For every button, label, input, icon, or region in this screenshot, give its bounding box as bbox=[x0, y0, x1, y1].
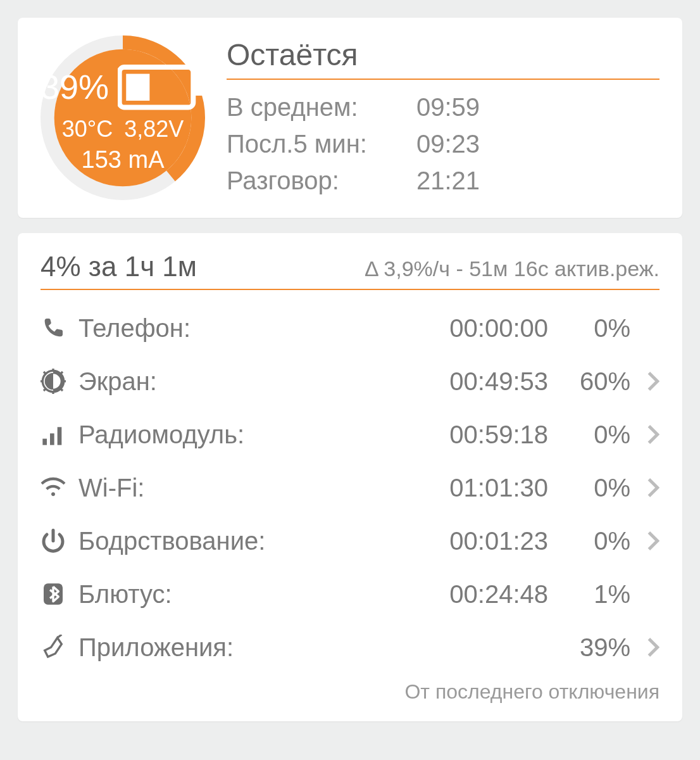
usage-header-right: Δ 3,9%/ч - 51м 16с актив.реж. bbox=[365, 256, 659, 281]
usage-phone-label: Телефон: bbox=[78, 314, 409, 343]
remaining-last5-row: Посл.5 мин: 09:23 bbox=[227, 125, 659, 162]
svg-rect-16 bbox=[58, 427, 62, 445]
gauge-text: 39% 30°C 3,82V 153 mA bbox=[41, 35, 205, 200]
usage-awake-percent: 0% bbox=[548, 527, 630, 555]
usage-row-awake[interactable]: Бодрствование: 00:01:23 0% bbox=[41, 514, 659, 567]
usage-row-screen[interactable]: Экран: 00:49:53 60% bbox=[41, 355, 659, 408]
usage-wifi-percent: 0% bbox=[548, 474, 630, 502]
svg-rect-14 bbox=[42, 439, 47, 445]
usage-screen-duration: 00:49:53 bbox=[409, 367, 548, 396]
usage-row-phone: Телефон: 00:00:00 0% bbox=[41, 301, 659, 355]
battery-gauge[interactable]: 39% 30°C 3,82V 153 mA bbox=[41, 35, 205, 200]
usage-awake-label: Бодрствование: bbox=[78, 527, 409, 555]
remaining-talk-value: 21:21 bbox=[416, 162, 480, 199]
chevron-right-icon bbox=[630, 530, 659, 552]
chevron-right-icon bbox=[630, 477, 659, 498]
svg-rect-5 bbox=[126, 73, 149, 100]
usage-row-bluetooth: Блютус: 00:24:48 1% bbox=[41, 567, 659, 621]
usage-radio-duration: 00:59:18 bbox=[409, 421, 548, 449]
usage-row-wifi[interactable]: Wi-Fi: 01:01:30 0% bbox=[41, 461, 659, 514]
usage-header: 4% за 1ч 1м Δ 3,9%/ч - 51м 16с актив.реж… bbox=[41, 251, 659, 290]
wifi-icon bbox=[41, 475, 78, 500]
power-icon bbox=[41, 528, 78, 554]
usage-bluetooth-label: Блютус: bbox=[78, 580, 409, 609]
usage-row-radio[interactable]: Радиомодуль: 00:59:18 0% bbox=[41, 408, 659, 461]
usage-bluetooth-duration: 00:24:48 bbox=[409, 580, 548, 609]
svg-line-13 bbox=[61, 372, 63, 374]
brightness-icon bbox=[41, 369, 78, 394]
usage-wifi-duration: 01:01:30 bbox=[409, 474, 548, 502]
usage-header-left: 4% за 1ч 1м bbox=[41, 251, 197, 282]
usage-apps-percent: 39% bbox=[548, 633, 630, 662]
chevron-right-icon bbox=[630, 370, 659, 392]
battery-temperature: 30°C bbox=[62, 116, 113, 142]
remaining-avg-value: 09:59 bbox=[416, 89, 480, 125]
remaining-section: Остаётся В среднем: 09:59 Посл.5 мин: 09… bbox=[227, 37, 659, 199]
chevron-right-icon bbox=[630, 636, 659, 658]
signal-icon bbox=[41, 422, 78, 447]
usage-apps-label: Приложения: bbox=[78, 633, 409, 662]
usage-screen-label: Экран: bbox=[78, 367, 409, 396]
battery-percent: 39% bbox=[41, 67, 109, 106]
chevron-right-icon bbox=[630, 424, 659, 445]
remaining-talk-label: Разговор: bbox=[227, 162, 416, 199]
remaining-avg-row: В среднем: 09:59 bbox=[227, 89, 659, 125]
svg-line-18 bbox=[58, 635, 62, 638]
svg-line-11 bbox=[61, 389, 63, 391]
remaining-avg-label: В среднем: bbox=[227, 89, 416, 125]
battery-icon bbox=[118, 62, 205, 113]
usage-screen-percent: 60% bbox=[548, 367, 630, 396]
remaining-talk-row: Разговор: 21:21 bbox=[227, 162, 659, 199]
svg-rect-15 bbox=[50, 433, 54, 445]
svg-line-12 bbox=[44, 389, 46, 391]
phone-icon bbox=[41, 315, 78, 341]
usage-row-apps[interactable]: Приложения: 39% bbox=[41, 621, 659, 674]
battery-current: 153 mA bbox=[82, 146, 165, 174]
usage-bluetooth-percent: 1% bbox=[548, 580, 630, 609]
usage-awake-duration: 00:01:23 bbox=[409, 527, 548, 555]
usage-card: 4% за 1ч 1м Δ 3,9%/ч - 51м 16с актив.реж… bbox=[18, 233, 682, 721]
usage-radio-label: Радиомодуль: bbox=[78, 421, 409, 449]
battery-voltage: 3,82V bbox=[124, 116, 184, 142]
svg-rect-4 bbox=[195, 79, 203, 96]
remaining-last5-value: 09:23 bbox=[416, 125, 480, 162]
usage-radio-percent: 0% bbox=[548, 421, 630, 449]
bluetooth-icon bbox=[41, 581, 78, 607]
broom-icon bbox=[41, 635, 78, 660]
battery-summary-card: 39% 30°C 3,82V 153 mA Остаётся В среднем… bbox=[18, 18, 682, 218]
svg-line-10 bbox=[44, 372, 46, 374]
remaining-last5-label: Посл.5 мин: bbox=[227, 125, 416, 162]
usage-footer-note: От последнего отключения bbox=[41, 680, 659, 704]
usage-phone-duration: 00:00:00 bbox=[409, 314, 548, 343]
usage-wifi-label: Wi-Fi: bbox=[78, 474, 409, 502]
usage-phone-percent: 0% bbox=[548, 314, 630, 343]
remaining-title: Остаётся bbox=[227, 37, 659, 80]
